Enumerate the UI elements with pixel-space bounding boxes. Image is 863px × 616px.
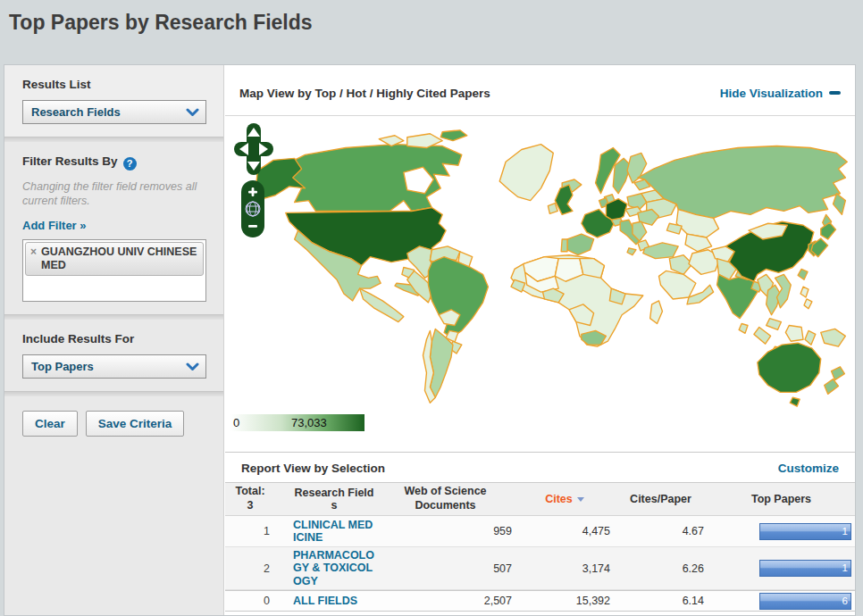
row-docs: 959 [375,525,515,537]
results-list-dropdown[interactable]: Research Fields [22,100,206,124]
country-papua-new-guinea[interactable] [821,329,846,346]
map-area: 0 73,033 [225,116,855,452]
country-malaysia[interactable] [767,319,782,330]
country-japan[interactable] [821,222,836,239]
top-papers-bar: 6 [759,593,851,610]
map-zoom-control[interactable] [241,180,264,237]
country-new-zealand[interactable] [825,379,839,395]
country-madagascar[interactable] [650,301,663,324]
country-new-zealand[interactable] [832,367,845,380]
hide-visualization-link[interactable]: Hide Visualization [720,87,841,100]
legend-max: 73,033 [291,416,327,429]
row-field-link: PHARMACOLOGY & TOXICOLOGY [293,549,375,587]
customize-link[interactable]: Customize [778,462,839,475]
include-results-dropdown-value: Top Papers [23,360,94,373]
main-panel: Map View by Top / Hot / Highly Cited Pap… [225,65,855,615]
filter-tag-label: GUANGZHOU UNIV CHINESE MED [41,246,198,272]
row-cites: 4,475 [515,525,614,537]
clear-button[interactable]: Clear [22,411,78,437]
row-cites-per-paper: 4.67 [614,525,708,537]
filter-listbox: × GUANGZHOU UNIV CHINESE MED [22,239,206,302]
country-philippines[interactable] [800,287,809,297]
country-ireland[interactable] [548,204,557,214]
row-cites: 3,174 [515,562,614,575]
column-cites-per-paper[interactable]: Cites/Paper [614,493,708,505]
arctic-island[interactable] [440,130,467,141]
page-title: Top Papers by Research Fields [9,11,313,35]
top-papers-value: 6 [842,595,850,606]
map-view-header: Map View by Top / Hot / Highly Cited Pap… [225,65,855,116]
country-ethiopia[interactable] [609,288,625,304]
country-canada[interactable] [284,145,462,212]
column-cites[interactable]: Cites [515,493,614,505]
minus-icon [829,91,841,95]
zoom-out-icon [248,225,257,228]
country-portugal[interactable] [561,239,567,252]
top-papers-value: 1 [842,562,850,573]
page: Top Papers by Research Fields Results Li… [0,0,863,616]
country-philippines[interactable] [804,299,812,309]
results-list-section: Results List Research Fields [4,65,223,137]
table-row: 1 CLINICAL MEDICINE 959 4,475 4.67 1 [225,516,855,547]
top-papers-bar: 1 [759,523,851,540]
row-cites: 15,392 [515,595,614,607]
table-header-row: Total: 3 Research Fields Web of Science … [225,483,855,516]
country-taiwan[interactable] [798,269,808,279]
region-kamchatka[interactable] [834,194,846,215]
chevron-down-icon [186,362,199,371]
map-view-title: Map View by Top / Hot / Highly Cited Pap… [239,87,490,100]
row-cites-per-paper: 6.26 [614,562,708,575]
help-icon[interactable]: ? [123,157,137,171]
filter-section: Filter Results By? Changing the filter f… [4,142,223,314]
column-wos-documents[interactable]: Web of Science Documents [375,485,515,512]
country-saudi-arabia[interactable] [659,271,696,299]
top-papers-value: 1 [842,526,850,537]
filter-heading: Filter Results By? [22,154,207,171]
column-research-fields[interactable]: Research Fields [293,487,375,512]
report-view-title: Report View by Selection [241,462,385,475]
chevron-down-icon [186,108,199,117]
top-papers-bar: 1 [759,560,851,577]
map-controls [234,123,275,237]
country-tasmania[interactable] [790,397,800,406]
region-caucasus[interactable] [666,223,682,234]
country-sicily[interactable] [627,248,636,255]
country-sri-lanka[interactable] [739,324,748,334]
country-spain[interactable] [567,234,594,255]
row-docs: 507 [375,562,515,575]
filter-tag[interactable]: × GUANGZHOU UNIV CHINESE MED [25,242,204,276]
table-row: 2 PHARMACOLOGY & TOXICOLOGY 507 3,174 6.… [225,547,855,590]
row-field-link: CLINICAL MEDICINE [293,519,375,545]
region-central-america[interactable] [360,288,404,321]
sidebar: Results List Research Fields Filter Resu… [4,65,224,615]
add-filter-link[interactable]: Add Filter » [22,219,87,232]
remove-filter-icon[interactable]: × [30,246,37,272]
include-results-dropdown[interactable]: Top Papers [22,354,206,379]
results-list-heading: Results List [22,78,207,91]
country-greenland[interactable] [499,145,553,201]
column-top-papers[interactable]: Top Papers [708,493,855,505]
map-pan-control[interactable] [234,123,273,175]
table-row: 0 ALL FIELDS 2,507 15,392 6.14 6 [225,590,855,612]
row-docs: 2,507 [375,595,515,607]
column-total: Total: 3 [225,485,275,512]
row-rank: 0 [225,595,275,607]
country-indonesia-sumatra[interactable] [754,327,771,344]
country-egypt[interactable] [580,259,605,279]
world-map [230,120,852,414]
row-rank: 1 [225,525,275,537]
row-field-link: ALL FIELDS [293,595,375,607]
legend-min: 0 [233,416,239,429]
results-list-dropdown-value: Research Fields [23,105,121,119]
row-rank: 2 [225,562,275,575]
sort-descending-icon [577,497,584,502]
report-view-header: Report View by Selection Customize [225,452,855,483]
country-indonesia-sulawesi[interactable] [805,330,816,345]
sidebar-actions: Clear Save Criteria [4,396,223,437]
country-indonesia-borneo[interactable] [785,326,803,342]
include-results-section: Include Results For Top Papers [4,320,223,391]
country-brazil[interactable] [428,257,488,338]
content-panel: Results List Research Fields Filter Resu… [4,64,856,616]
save-criteria-button[interactable]: Save Criteria [86,411,185,437]
country-australia[interactable] [758,343,821,392]
